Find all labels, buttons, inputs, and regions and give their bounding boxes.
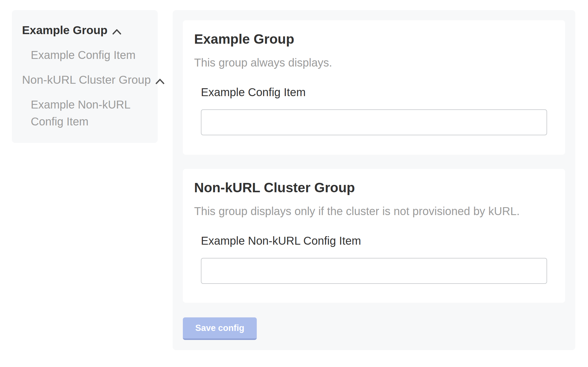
config-item-label: Example Config Item: [201, 85, 547, 99]
sidebar-group-label: Non-kURL Cluster Group: [22, 71, 151, 88]
sidebar-group-label: Example Group: [22, 22, 107, 39]
sidebar-group-example-group[interactable]: Example Group: [22, 21, 151, 39]
config-group-card-example-group: Example Group This group always displays…: [183, 20, 565, 155]
config-item: Example Non-kURL Config Item: [201, 234, 547, 284]
chevron-up-icon[interactable]: [155, 72, 164, 89]
config-page: Example Group Example Config Item Non-kU…: [0, 0, 588, 367]
sidebar-item-example-non-kurl-config-item[interactable]: Example Non-kURL Config Item: [31, 96, 149, 130]
group-description: This group displays only if the cluster …: [194, 204, 547, 218]
config-item-input[interactable]: [201, 109, 547, 135]
group-title: Example Group: [194, 31, 547, 47]
save-config-button[interactable]: Save config: [183, 317, 257, 340]
sidebar-item-example-config-item[interactable]: Example Config Item: [31, 47, 149, 63]
config-item: Example Config Item: [201, 85, 547, 135]
config-nav-sidebar: Example Group Example Config Item Non-kU…: [12, 10, 158, 143]
group-description: This group always displays.: [194, 56, 547, 69]
config-item-label: Example Non-kURL Config Item: [201, 234, 547, 248]
group-title: Non-kURL Cluster Group: [194, 180, 547, 196]
sidebar-group-non-kurl-cluster-group[interactable]: Non-kURL Cluster Group: [22, 70, 151, 89]
config-group-card-non-kurl-cluster-group: Non-kURL Cluster Group This group displa…: [183, 169, 565, 303]
chevron-up-icon[interactable]: [112, 23, 121, 39]
config-area: Example Group This group always displays…: [173, 10, 575, 350]
config-item-input[interactable]: [201, 258, 547, 284]
